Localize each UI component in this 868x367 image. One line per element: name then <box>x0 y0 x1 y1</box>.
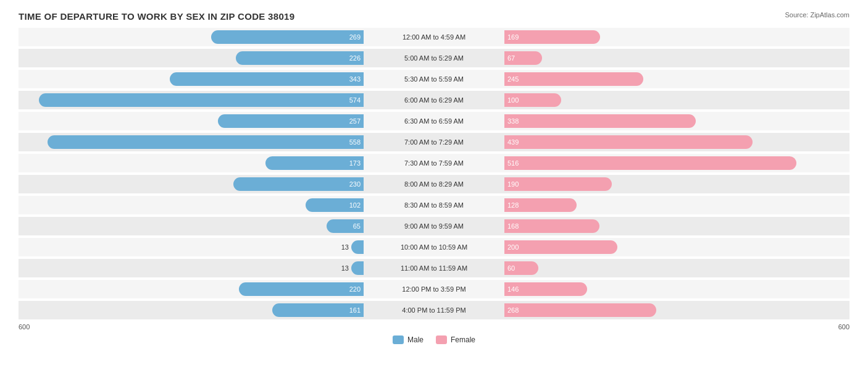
male-section: 226 <box>19 49 366 67</box>
time-label: 11:00 AM to 11:59 AM <box>366 264 502 272</box>
chart-title: TIME OF DEPARTURE TO WORK BY SEX IN ZIP … <box>19 11 849 22</box>
male-value: 269 <box>349 33 361 41</box>
male-value: 226 <box>349 54 361 62</box>
chart-row: 5746:00 AM to 6:29 AM100 <box>19 91 849 109</box>
female-section: 100 <box>502 91 849 109</box>
female-bar: 439 <box>504 135 753 149</box>
chart-row: 22012:00 PM to 3:59 PM146 <box>19 280 849 298</box>
male-section: 13 <box>19 238 366 256</box>
female-bar: 128 <box>504 198 577 212</box>
male-bar: 161 <box>272 303 364 317</box>
female-bar: 60 <box>504 261 538 275</box>
chart-row: 1737:30 AM to 7:59 AM516 <box>19 154 849 172</box>
time-label: 8:30 AM to 8:59 AM <box>366 201 502 209</box>
female-section: 439 <box>502 133 849 151</box>
axis-left: 600 <box>19 323 37 331</box>
chart-container: TIME OF DEPARTURE TO WORK BY SEX IN ZIP … <box>0 0 868 367</box>
male-bar: 102 <box>306 198 364 212</box>
male-value: 102 <box>349 201 361 209</box>
male-section: 257 <box>19 112 366 130</box>
female-bar: 338 <box>504 114 696 128</box>
female-value: 67 <box>507 54 515 62</box>
female-bar: 168 <box>504 219 599 233</box>
time-label: 7:30 AM to 7:59 AM <box>366 159 502 167</box>
female-section: 338 <box>502 112 849 130</box>
male-value: 173 <box>349 159 361 167</box>
time-label: 4:00 PM to 11:59 PM <box>366 306 502 314</box>
male-bar <box>351 240 364 254</box>
female-value: 100 <box>507 96 519 104</box>
male-value: 257 <box>349 117 361 125</box>
male-value: 574 <box>349 96 361 104</box>
female-section: 60 <box>502 259 849 277</box>
source-label: Source: ZipAtlas.com <box>785 11 849 19</box>
male-value: 558 <box>349 138 361 146</box>
legend-female-box <box>436 335 447 344</box>
female-bar: 190 <box>504 177 612 191</box>
time-label: 5:30 AM to 5:59 AM <box>366 75 502 83</box>
chart-row: 3435:30 AM to 5:59 AM245 <box>19 70 849 88</box>
legend-male: Male <box>393 335 424 344</box>
male-section: 343 <box>19 70 366 88</box>
female-bar: 67 <box>504 51 542 65</box>
time-label: 6:00 AM to 6:29 AM <box>366 96 502 104</box>
female-bar: 516 <box>504 156 796 170</box>
female-bar: 268 <box>504 303 656 317</box>
female-value: 60 <box>507 264 515 272</box>
male-bar: 230 <box>233 177 364 191</box>
male-value: 13 <box>341 264 349 272</box>
female-value: 146 <box>507 285 519 293</box>
male-section: 269 <box>19 28 366 46</box>
legend: Male Female <box>19 335 849 344</box>
male-bar: 558 <box>48 135 364 149</box>
time-label: 5:00 AM to 5:29 AM <box>366 54 502 62</box>
female-value: 190 <box>507 180 519 188</box>
male-bar: 574 <box>39 93 364 107</box>
chart-row: 5587:00 AM to 7:29 AM439 <box>19 133 849 151</box>
male-section: 65 <box>19 217 366 235</box>
male-bar <box>351 261 364 275</box>
female-value: 268 <box>507 306 519 314</box>
chart-row: 2308:00 AM to 8:29 AM190 <box>19 175 849 193</box>
female-section: 245 <box>502 70 849 88</box>
legend-female: Female <box>436 335 475 344</box>
legend-male-box <box>393 335 404 344</box>
male-section: 102 <box>19 196 366 214</box>
male-section: 161 <box>19 301 366 319</box>
female-value: 168 <box>507 222 519 230</box>
male-bar: 173 <box>265 156 364 170</box>
male-bar: 220 <box>239 282 364 296</box>
axis-right: 600 <box>831 323 849 331</box>
female-value: 516 <box>507 159 519 167</box>
chart-row: 1310:00 AM to 10:59 AM200 <box>19 238 849 256</box>
male-section: 220 <box>19 280 366 298</box>
chart-area: 26912:00 AM to 4:59 AM1692265:00 AM to 5… <box>19 28 849 319</box>
female-value: 128 <box>507 201 519 209</box>
time-label: 12:00 AM to 4:59 AM <box>366 33 502 41</box>
male-value: 230 <box>349 180 361 188</box>
female-section: 200 <box>502 238 849 256</box>
female-section: 268 <box>502 301 849 319</box>
female-section: 516 <box>502 154 849 172</box>
chart-row: 2576:30 AM to 6:59 AM338 <box>19 112 849 130</box>
time-label: 10:00 AM to 10:59 AM <box>366 243 502 251</box>
female-section: 146 <box>502 280 849 298</box>
female-section: 67 <box>502 49 849 67</box>
legend-male-label: Male <box>407 335 424 344</box>
female-bar: 245 <box>504 72 643 86</box>
female-bar: 100 <box>504 93 561 107</box>
female-value: 245 <box>507 75 519 83</box>
female-value: 169 <box>507 33 519 41</box>
male-bar: 226 <box>236 51 364 65</box>
female-value: 338 <box>507 117 519 125</box>
female-section: 128 <box>502 196 849 214</box>
chart-row: 659:00 AM to 9:59 AM168 <box>19 217 849 235</box>
male-section: 13 <box>19 259 366 277</box>
time-label: 12:00 PM to 3:59 PM <box>366 285 502 293</box>
chart-row: 26912:00 AM to 4:59 AM169 <box>19 28 849 46</box>
chart-row: 1028:30 AM to 8:59 AM128 <box>19 196 849 214</box>
time-label: 7:00 AM to 7:29 AM <box>366 138 502 146</box>
male-bar: 343 <box>170 72 364 86</box>
male-value: 13 <box>341 243 349 251</box>
chart-row: 2265:00 AM to 5:29 AM67 <box>19 49 849 67</box>
